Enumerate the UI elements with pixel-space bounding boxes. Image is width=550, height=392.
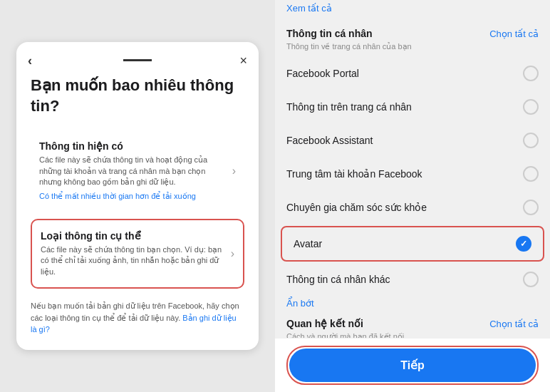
right-scroll-area[interactable]: Xem tất cả Thông tin cá nhân Chọn tất cả… [275, 0, 550, 392]
section1-title: Thông tin cá nhân [286, 28, 373, 39]
list-item[interactable]: Thông tin trên trang cá nhân [275, 91, 550, 124]
select-all-personal[interactable]: Chọn tất cả [489, 29, 539, 39]
radio-health[interactable] [523, 200, 539, 215]
top-divider [123, 59, 152, 61]
radio-profile-info[interactable] [523, 99, 539, 115]
option2-desc: Các file này sẽ chứa thông tin bạn chọn.… [41, 244, 225, 277]
list-item[interactable]: Facebook Assistant [275, 124, 550, 158]
personal-info-section-header: Thông tin cá nhân Chọn tất cả [275, 19, 550, 42]
option1-desc: Các file này sẽ chứa thông tin và hoạt đ… [39, 155, 227, 187]
back-button[interactable]: ‹ [28, 53, 32, 68]
option1-note: Có thể mất nhiều thời gian hơn để tải xu… [39, 191, 227, 202]
next-btn-wrapper: Tiếp [286, 346, 539, 385]
radio-assistant[interactable] [523, 133, 539, 148]
radio-other-personal[interactable] [523, 272, 539, 287]
see-all-link[interactable]: Xem tất cả [275, 0, 550, 19]
radio-account-center[interactable] [523, 166, 539, 182]
option1-title: Thông tin hiện có [39, 140, 227, 152]
section2-title: Quan hệ kết nối [286, 318, 363, 329]
list-item[interactable]: Facebook Portal [275, 57, 550, 91]
radio-avatar[interactable] [516, 236, 531, 252]
chevron-right-icon: › [232, 165, 236, 177]
radio-portal[interactable] [523, 66, 539, 81]
bottom-note: Nếu bạn muốn tải bản ghi dữ liệu trên Fa… [31, 300, 244, 336]
next-button[interactable]: Tiếp [289, 349, 536, 382]
close-button[interactable]: × [239, 53, 247, 68]
option2-title: Loại thông tin cụ thể [41, 230, 225, 242]
list-item-avatar[interactable]: Avatar [281, 226, 544, 262]
page-title: Bạn muốn bao nhiêu thông tin? [31, 76, 244, 116]
collapse-button[interactable]: Ẩn bớt [275, 292, 326, 314]
list-item[interactable]: Thông tin cá nhân khác [275, 263, 550, 296]
list-item[interactable]: Trung tâm tài khoản Facebook [275, 158, 550, 191]
section1-subtitle: Thông tin về trang cá nhân của bạn [275, 42, 550, 57]
option-specific-info[interactable]: Loại thông tin cụ thể Các file này sẽ ch… [31, 219, 244, 289]
right-panel: Xem tất cả Thông tin cá nhân Chọn tất cả… [275, 0, 550, 392]
chevron-right-icon-2: › [231, 247, 234, 260]
option-existing-info[interactable]: Thông tin hiện có Các file này sẽ chứa t… [31, 130, 244, 212]
left-card: ‹ × Bạn muốn bao nhiêu thông tin? Thông … [16, 42, 259, 349]
left-panel: ‹ × Bạn muốn bao nhiêu thông tin? Thông … [0, 0, 275, 392]
bottom-bar: Tiếp [275, 338, 550, 392]
select-all-relationships[interactable]: Chọn tất cả [489, 319, 539, 329]
list-item[interactable]: Chuyên gia chăm sóc sức khỏe [275, 191, 550, 225]
